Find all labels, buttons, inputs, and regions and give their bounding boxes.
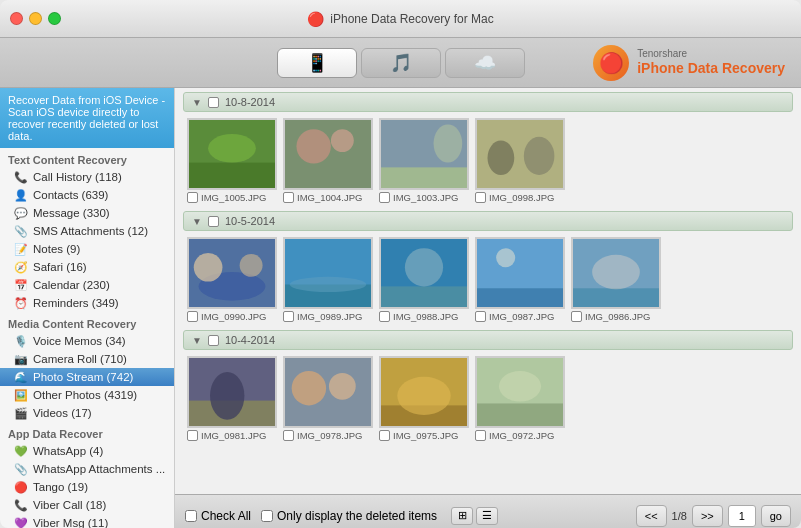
- sidebar-item-call-history[interactable]: 📞 Call History (118): [0, 168, 174, 186]
- photo-checkbox[interactable]: [283, 430, 294, 441]
- photo-thumbnail[interactable]: [475, 118, 565, 190]
- sidebar-item-viber-call[interactable]: 📞 Viber Call (18): [0, 496, 174, 514]
- photo-thumbnail[interactable]: [187, 356, 277, 428]
- sidebar-item-sms-attachments[interactable]: 📎 SMS Attachments (12): [0, 222, 174, 240]
- photo-thumbnail[interactable]: [283, 237, 373, 309]
- whatsapp-attach-icon: 📎: [14, 462, 28, 476]
- photo-checkbox[interactable]: [475, 430, 486, 441]
- traffic-lights: [10, 12, 61, 25]
- go-button[interactable]: go: [761, 505, 791, 527]
- date-label-3: 10-4-2014: [225, 334, 275, 346]
- photo-thumbnail[interactable]: [475, 356, 565, 428]
- photo-checkbox[interactable]: [379, 311, 390, 322]
- photo-thumbnail[interactable]: [379, 118, 469, 190]
- sidebar-item-videos[interactable]: 🎬 Videos (17): [0, 404, 174, 422]
- svg-point-18: [290, 277, 366, 292]
- svg-point-21: [405, 248, 443, 286]
- photo-checkbox[interactable]: [187, 430, 198, 441]
- phone-icon: 📞: [14, 170, 28, 184]
- sidebar-item-safari[interactable]: 🧭 Safari (16): [0, 258, 174, 276]
- photo-filename: IMG_1004.JPG: [297, 192, 362, 203]
- sidebar-item-reminders[interactable]: ⏰ Reminders (349): [0, 294, 174, 312]
- photo-checkbox[interactable]: [571, 311, 582, 322]
- photo-thumbnail[interactable]: [379, 237, 469, 309]
- date-group-2: ▼ 10-5-2014 IMG_0990.JPG: [183, 211, 793, 322]
- sidebar-item-other-photos[interactable]: 🖼️ Other Photos (4319): [0, 386, 174, 404]
- next-page-button[interactable]: >>: [692, 505, 723, 527]
- photo-thumbnail[interactable]: [283, 356, 373, 428]
- photo-thumbnail[interactable]: [571, 237, 661, 309]
- check-all-label[interactable]: Check All: [185, 509, 251, 523]
- tab-device[interactable]: 📱: [277, 48, 357, 78]
- photo-checkbox[interactable]: [475, 192, 486, 203]
- photostream-icon: 🌊: [14, 370, 28, 384]
- svg-point-32: [292, 371, 326, 405]
- only-deleted-checkbox[interactable]: [261, 510, 273, 522]
- grid-view-button[interactable]: ⊞: [451, 507, 473, 525]
- photos-icon: 🖼️: [14, 388, 28, 402]
- sidebar-item-whatsapp-attachments[interactable]: 📎 WhatsApp Attachments ...: [0, 460, 174, 478]
- tab-music[interactable]: 🎵: [361, 48, 441, 78]
- fullscreen-button[interactable]: [48, 12, 61, 25]
- photo-thumbnail[interactable]: [475, 237, 565, 309]
- photo-filename: IMG_0972.JPG: [489, 430, 554, 441]
- prev-page-button[interactable]: <<: [636, 505, 667, 527]
- photo-checkbox[interactable]: [379, 430, 390, 441]
- list-item: IMG_0990.JPG: [187, 237, 277, 322]
- photo-checkbox[interactable]: [379, 192, 390, 203]
- photo-scroll-area[interactable]: ▼ 10-8-2014 IMG_1005.JPG: [175, 88, 801, 494]
- sidebar-item-whatsapp[interactable]: 💚 WhatsApp (4): [0, 442, 174, 460]
- whatsapp-icon: 💚: [14, 444, 28, 458]
- svg-rect-38: [477, 403, 563, 426]
- safari-icon: 🧭: [14, 260, 28, 274]
- photo-filename: IMG_0989.JPG: [297, 311, 362, 322]
- sidebar-item-tango[interactable]: 🔴 Tango (19): [0, 478, 174, 496]
- photo-filename: IMG_0986.JPG: [585, 311, 650, 322]
- date-group-1: ▼ 10-8-2014 IMG_1005.JPG: [183, 92, 793, 203]
- collapse-arrow-2[interactable]: ▼: [192, 216, 202, 227]
- sidebar-item-message[interactable]: 💬 Message (330): [0, 204, 174, 222]
- page-input[interactable]: [728, 505, 756, 527]
- svg-rect-23: [477, 288, 563, 307]
- collapse-arrow-3[interactable]: ▼: [192, 335, 202, 346]
- minimize-button[interactable]: [29, 12, 42, 25]
- tab-cloud[interactable]: ☁️: [445, 48, 525, 78]
- photo-checkbox[interactable]: [283, 311, 294, 322]
- only-deleted-label[interactable]: Only display the deleted items: [261, 509, 437, 523]
- sidebar-item-contacts[interactable]: 👤 Contacts (639): [0, 186, 174, 204]
- sidebar-item-photo-stream[interactable]: 🌊 Photo Stream (742): [0, 368, 174, 386]
- photo-checkbox[interactable]: [475, 311, 486, 322]
- date-group-3: ▼ 10-4-2014 IMG_0981.JPG: [183, 330, 793, 441]
- photo-checkbox[interactable]: [187, 192, 198, 203]
- sidebar-item-camera-roll[interactable]: 📷 Camera Roll (710): [0, 350, 174, 368]
- svg-point-4: [296, 129, 330, 163]
- date-checkbox-2[interactable]: [208, 216, 219, 227]
- photo-thumbnail[interactable]: [283, 118, 373, 190]
- device-icon: 📱: [306, 52, 328, 74]
- photo-checkbox[interactable]: [187, 311, 198, 322]
- date-checkbox-1[interactable]: [208, 97, 219, 108]
- photo-thumbnail[interactable]: [187, 118, 277, 190]
- svg-rect-1: [189, 163, 275, 189]
- svg-point-5: [331, 129, 354, 152]
- window-title-icon: 🔴: [307, 11, 324, 27]
- list-item: IMG_0998.JPG: [475, 118, 565, 203]
- photo-label: IMG_0998.JPG: [475, 192, 554, 203]
- date-checkbox-3[interactable]: [208, 335, 219, 346]
- close-button[interactable]: [10, 12, 23, 25]
- viber-msg-icon: 💜: [14, 516, 28, 528]
- photo-thumbnail[interactable]: [379, 356, 469, 428]
- check-all-checkbox[interactable]: [185, 510, 197, 522]
- sidebar-item-calendar[interactable]: 📅 Calendar (230): [0, 276, 174, 294]
- sidebar-item-viber-msg[interactable]: 💜 Viber Msg (11): [0, 514, 174, 528]
- check-all-text: Check All: [201, 509, 251, 523]
- list-view-button[interactable]: ☰: [476, 507, 498, 525]
- sidebar-item-voice-memos[interactable]: 🎙️ Voice Memos (34): [0, 332, 174, 350]
- sidebar-item-notes[interactable]: 📝 Notes (9): [0, 240, 174, 258]
- photo-checkbox[interactable]: [283, 192, 294, 203]
- photo-thumbnail[interactable]: [187, 237, 277, 309]
- notes-icon: 📝: [14, 242, 28, 256]
- sidebar-banner: Recover Data from iOS Device - Scan iOS …: [0, 88, 174, 148]
- photo-filename: IMG_0987.JPG: [489, 311, 554, 322]
- collapse-arrow-1[interactable]: ▼: [192, 97, 202, 108]
